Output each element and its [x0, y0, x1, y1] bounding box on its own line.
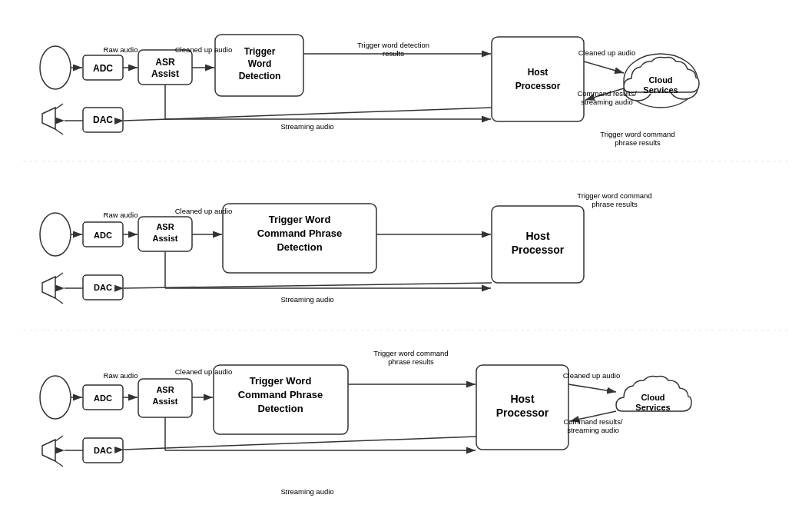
asr-label-2b: Assist — [152, 234, 177, 243]
trigger-label-3a: Trigger Word — [250, 375, 312, 387]
adc-label-3: ADC — [94, 394, 112, 403]
host-label-2a: Host — [525, 230, 549, 242]
label-trigger-results-1a: Trigger word detection — [357, 41, 429, 49]
trigger-label-1a: Trigger — [244, 46, 276, 57]
trigger-label-2a: Trigger Word — [269, 214, 331, 225]
host-box-1 — [492, 37, 584, 121]
label-trigger-results-1b: results — [383, 49, 404, 58]
label-streaming-3: Streaming audio — [280, 487, 333, 496]
arrow-host-cloud-3 — [568, 384, 616, 392]
label-phrase-2: phrase results — [592, 200, 638, 208]
label-raw-audio-2: Raw audio — [104, 211, 138, 219]
label-cleaned2-1: Cleaned up audio — [578, 48, 635, 57]
cloud-3: Cloud Services — [616, 377, 691, 412]
asr-label-3b: Assist — [152, 397, 177, 406]
cloud-label-3a: Cloud — [641, 393, 665, 402]
label-raw-audio-1: Raw audio — [104, 45, 138, 54]
label-cleaned-1: Cleaned up audio — [175, 45, 232, 54]
trigger-label-2c: Detection — [277, 241, 322, 253]
speaker-1 — [42, 108, 55, 129]
asr-label-1a: ASR — [155, 57, 175, 68]
adc-label-1: ADC — [93, 63, 113, 74]
label-phrase-results-1a: Trigger word command — [600, 130, 674, 138]
trigger-label-3c: Detection — [257, 403, 303, 414]
cloud-label-1b: Services — [643, 85, 678, 95]
speaker-2 — [42, 277, 55, 298]
adc-label-2: ADC — [94, 231, 112, 240]
speaker-line2-2 — [55, 298, 63, 304]
dac-label-2: DAC — [94, 283, 112, 292]
label-phrase-results-3b: phrase results — [388, 357, 434, 366]
asr-label-1b: Assist — [151, 68, 179, 79]
label-phrase-results-1b: phrase results — [615, 138, 661, 147]
mic-1 — [40, 46, 71, 89]
speaker-line1-2 — [55, 273, 63, 278]
arrow-host-dac-3 — [124, 437, 476, 450]
trigger-label-1c: Detection — [239, 71, 281, 81]
speaker-line1-1 — [55, 104, 63, 109]
label-raw-audio-3: Raw audio — [104, 371, 138, 380]
speaker-line2-1 — [55, 129, 63, 134]
label-cmd-results-3a: Command results/ — [563, 417, 622, 426]
label-phrase-results-3a: Trigger word command — [373, 349, 448, 357]
speaker-3 — [42, 440, 55, 461]
host-label-3b: Processor — [496, 407, 549, 419]
trigger-label-3b: Command Phrase — [238, 389, 323, 400]
label-streaming-1: Streaming audio — [280, 122, 333, 131]
main-container: ADC ASR Assist Trigger Word Detection Ho… — [0, 0, 812, 528]
label-cleaned-3: Cleaned up audio — [175, 367, 232, 376]
label-cleaned2-3: Cleaned up audio — [563, 371, 620, 380]
asr-label-3a: ASR — [156, 385, 174, 394]
label-streaming-2: Streaming audio — [280, 295, 333, 304]
arrow-host-dac-2 — [124, 283, 492, 288]
cloud-1: Cloud Services — [624, 54, 699, 108]
trigger-label-2b: Command Phrase — [257, 227, 343, 239]
label-cmd-results-3b: streaming audio — [567, 426, 619, 434]
dac-label-1: DAC — [93, 115, 113, 125]
label-cmd-results-1a: Command results/ — [577, 89, 636, 98]
host-label-1a: Host — [528, 67, 549, 78]
speaker-line2-3 — [55, 461, 63, 467]
cloud-label-3b: Services — [635, 403, 670, 412]
mic-3 — [40, 376, 71, 419]
trigger-label-1b: Word — [248, 58, 271, 69]
label-phrase-1: Trigger word command — [577, 191, 651, 200]
speaker-line1-3 — [55, 436, 63, 441]
host-label-3a: Host — [510, 393, 534, 405]
host-label-2b: Processor — [512, 244, 565, 256]
dac-label-3: DAC — [94, 446, 112, 455]
arrow-host-cloud-1 — [584, 61, 624, 73]
label-cmd-results-1b: streaming audio — [581, 98, 633, 106]
cloud-label-1a: Cloud — [648, 75, 672, 85]
asr-label-2a: ASR — [156, 222, 174, 231]
label-cleaned-2: Cleaned up audio — [175, 207, 232, 215]
mic-2 — [40, 213, 71, 256]
host-label-1b: Processor — [515, 81, 561, 91]
